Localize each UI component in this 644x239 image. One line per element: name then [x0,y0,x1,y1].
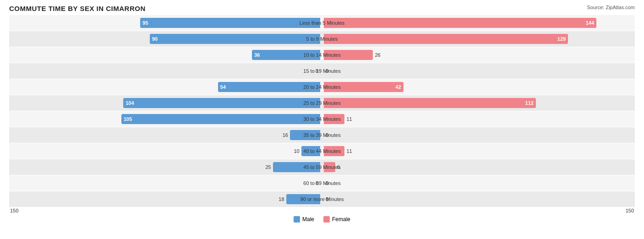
bar-row: 95 Less than 5 Minutes 144 [9,15,635,31]
male-value: 90 [150,36,160,42]
right-side: 0 [322,175,635,191]
female-label: Female [332,216,350,223]
female-bar: 129 [324,34,568,44]
bar-row: 0 15 to 19 Minutes 0 [9,63,635,79]
left-side: 54 [9,79,322,95]
male-value: 105 [121,116,134,122]
right-side: 0 [322,63,635,79]
right-side: 11 [322,143,635,159]
right-side: 144 [322,15,635,31]
left-side: 18 [9,191,322,207]
row-label: 10 to 14 Minutes [303,52,340,58]
bar-row: 0 60 to 89 Minutes 0 [9,175,635,191]
left-side: 0 [9,175,322,191]
chart-container: COMMUTE TIME BY SEX IN CIMARRON Source: … [0,0,644,239]
left-side: 0 [9,63,322,79]
female-value: 42 [393,84,403,90]
bar-row: 105 30 to 34 Minutes 11 [9,111,635,127]
left-side: 105 [9,111,322,127]
bars-area: 95 Less than 5 Minutes 144 90 5 to 9 Min… [9,15,635,207]
row-label: 15 to 19 Minutes [303,68,340,74]
left-side: 16 [9,127,322,143]
male-bar: 104 [123,98,320,108]
male-value-outside: 18 [278,196,284,202]
left-side: 104 [9,95,322,111]
left-side: 36 [9,47,322,63]
left-side: 90 [9,31,322,47]
bar-row: 18 90 or more Minutes 0 [9,191,635,207]
row-label: 30 to 34 Minutes [303,116,340,122]
left-side: 95 [9,15,322,31]
source-label: Source: ZipAtlas.com [587,5,635,10]
axis-right: 150 [626,208,634,213]
bar-row: 16 35 to 39 Minutes 0 [9,127,635,143]
right-side: 26 [322,47,635,63]
right-side: 11 [322,111,635,127]
row-label: 20 to 24 Minutes [303,84,340,90]
female-value: 144 [584,20,596,26]
male-value-outside: 25 [265,164,271,170]
bar-row: 90 5 to 9 Minutes 129 [9,31,635,47]
male-color-box [294,216,300,223]
row-label: 25 to 29 Minutes [303,100,340,106]
left-side: 25 [9,159,322,175]
row-label: 90 or more Minutes [300,196,344,202]
chart-title: COMMUTE TIME BY SEX IN CIMARRON [9,5,635,12]
right-side: 112 [322,95,635,111]
male-value-outside: 10 [294,148,299,154]
male-bar: 95 [140,18,320,28]
row-label: 45 to 59 Minutes [303,164,340,170]
row-label: Less than 5 Minutes [300,20,344,26]
bar-row: 104 25 to 29 Minutes 112 [9,95,635,111]
bar-row: 10 40 to 44 Minutes 11 [9,143,635,159]
male-value: 104 [123,100,136,106]
right-side: 42 [322,79,635,95]
male-bar: 105 [121,114,320,124]
axis-left: 150 [10,208,18,213]
right-side: 129 [322,31,635,47]
female-value-outside: 11 [346,116,352,122]
male-value: 95 [140,20,150,26]
female-value-outside: 11 [346,148,352,154]
bar-row: 36 10 to 14 Minutes 26 [9,47,635,63]
legend-female: Female [323,216,350,223]
row-label: 60 to 89 Minutes [303,180,340,186]
female-color-box [323,216,330,223]
row-label: 40 to 44 Minutes [303,148,340,154]
female-value: 112 [523,100,536,106]
right-side: 0 [322,127,635,143]
right-side: 6 [322,159,635,175]
legend: Male Female [9,216,635,223]
female-bar: 112 [324,98,536,108]
male-bar: 90 [150,34,320,44]
legend-male: Male [294,216,314,223]
bar-row: 25 45 to 59 Minutes 6 [9,159,635,175]
row-label: 35 to 39 Minutes [303,132,340,138]
male-label: Male [302,216,314,223]
right-side: 0 [322,191,635,207]
male-value-outside: 16 [283,132,288,138]
female-value-outside: 26 [375,52,380,58]
axis-labels: 150 150 [9,208,635,213]
female-value: 129 [555,36,568,42]
male-value: 54 [218,84,228,90]
bar-row: 54 20 to 24 Minutes 42 [9,79,635,95]
row-label: 5 to 9 Minutes [306,36,338,42]
left-side: 10 [9,143,322,159]
female-bar: 144 [324,18,596,28]
male-value: 36 [252,52,262,58]
